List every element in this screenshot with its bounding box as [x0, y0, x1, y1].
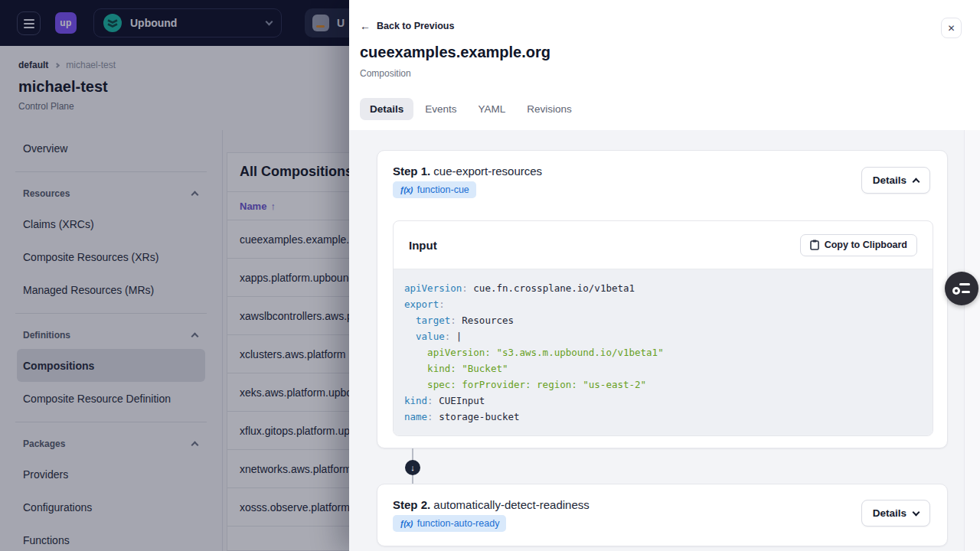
fx-icon: ƒ(x)	[400, 519, 413, 528]
step-2-details-button[interactable]: Details	[861, 500, 930, 527]
close-button[interactable]: ✕	[941, 18, 962, 38]
tab-details[interactable]: Details	[360, 98, 413, 120]
tab-events[interactable]: Events	[415, 98, 466, 120]
code-line: kind: "Bucket"	[404, 360, 920, 377]
code-line: export:	[404, 296, 920, 312]
step-1-details-button[interactable]: Details	[861, 167, 930, 194]
function-badge[interactable]: ƒ(x) function-cue	[393, 181, 476, 198]
drawer-tabs: DetailsEventsYAMLRevisions	[360, 98, 582, 120]
widget-list-icon	[959, 283, 970, 285]
widget-launcher-button[interactable]	[945, 272, 978, 305]
input-panel-title: Input	[409, 239, 800, 252]
function-badge[interactable]: ƒ(x) function-auto-ready	[393, 515, 506, 532]
composition-detail-drawer: ← Back to Previous ✕ cueexamples.example…	[349, 0, 980, 551]
code-line: value: |	[404, 328, 920, 344]
fx-icon: ƒ(x)	[400, 185, 413, 194]
close-icon: ✕	[947, 23, 955, 34]
clipboard-icon	[810, 240, 819, 250]
step-1-title: Step 1. cue-export-resources	[393, 165, 542, 178]
copy-to-clipboard-button[interactable]: Copy to Clipboard	[800, 234, 917, 256]
drawer-title: cueexamples.example.org	[360, 44, 550, 61]
arrow-down-icon: ↓	[410, 463, 415, 472]
code-line: kind: CUEInput	[404, 393, 920, 409]
code-line: spec: forProvider: region: "us-east-2"	[404, 377, 920, 393]
code-line: name: storage-bucket	[404, 409, 920, 425]
code-line: apiVersion: "s3.aws.m.upbound.io/v1beta1…	[404, 344, 920, 360]
input-panel: Input Copy to Clipboard apiVersion: cue.…	[393, 220, 933, 436]
drawer-content: Step 1. cue-export-resources ƒ(x) functi…	[349, 130, 980, 551]
pipeline-connector-node[interactable]: ↓	[405, 460, 420, 475]
drawer-scrollbar[interactable]	[964, 130, 980, 551]
code-line: apiVersion: cue.fn.crossplane.io/v1beta1	[404, 280, 920, 296]
tab-revisions[interactable]: Revisions	[517, 98, 582, 120]
yaml-code-block: apiVersion: cue.fn.crossplane.io/v1beta1…	[394, 269, 933, 435]
drawer-subtitle: Composition	[360, 68, 411, 79]
pipeline-step-card-1: Step 1. cue-export-resources ƒ(x) functi…	[377, 150, 948, 448]
tab-yaml[interactable]: YAML	[469, 98, 516, 120]
chevron-up-icon	[913, 178, 920, 186]
step-2-title: Step 2. automatically-detect-readiness	[393, 498, 590, 511]
back-to-previous-link[interactable]: ← Back to Previous	[360, 21, 454, 31]
chevron-down-icon	[913, 508, 920, 516]
code-line: target: Resources	[404, 312, 920, 328]
pipeline-step-card-2: Step 2. automatically-detect-readiness ƒ…	[377, 484, 948, 546]
input-panel-header: Input Copy to Clipboard	[394, 221, 933, 269]
back-arrow-icon: ←	[360, 21, 371, 31]
